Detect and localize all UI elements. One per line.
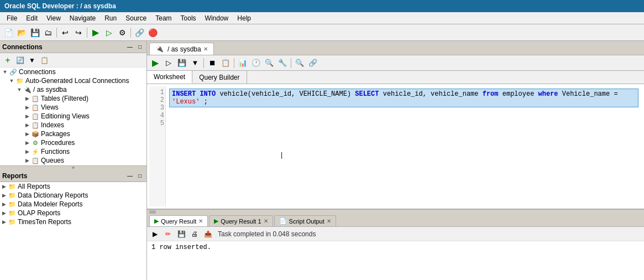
menu-tools[interactable]: Tools [176, 13, 201, 23]
sql-statement[interactable]: INSERT INTO vehicle(vehicle_id, VEHICLE_… [169, 89, 638, 107]
script-output-close[interactable]: ✕ [327, 218, 331, 224]
commit-btn[interactable]: 💾 [176, 57, 188, 69]
tree-item-all-reports[interactable]: ▶ 📁 All Reports [0, 182, 146, 191]
tree-item-queues[interactable]: ▶ 📋 Queues [0, 156, 146, 165]
ed-sep-2 [234, 58, 234, 68]
tree-item-packages[interactable]: ▶ 📦 Packages [0, 129, 146, 138]
commit-arrow-btn[interactable]: ▼ [189, 57, 201, 69]
menu-file[interactable]: File [2, 13, 22, 23]
run-statement-btn[interactable]: ▶ [149, 57, 161, 69]
autotrace-btn[interactable]: 📊 [237, 57, 249, 69]
tree-item-sysdba[interactable]: ▼ 🔌 / as sysdba [0, 85, 146, 94]
find-replace-btn[interactable]: 🔍 [294, 57, 306, 69]
undo-btn[interactable]: ↩ [59, 27, 71, 39]
tab-script-output[interactable]: 📄 Script Output ✕ [274, 215, 336, 226]
connections-maximize-btn[interactable]: □ [135, 43, 144, 51]
menu-team[interactable]: Team [151, 13, 176, 23]
connection-select-btn[interactable]: 🔗 [307, 57, 319, 69]
run-script-ed-btn[interactable]: ▷ [163, 57, 175, 69]
expander-connections[interactable]: ▼ [1, 68, 9, 76]
filter-connections-btn[interactable]: ▼ [27, 55, 38, 66]
cancel-btn[interactable]: ⏹ [206, 57, 218, 69]
tree-item-views[interactable]: ▶ 📋 Views [0, 103, 146, 112]
editor-tab-sysdba[interactable]: 🔌 / as sysdba ✕ [149, 43, 214, 55]
new-btn[interactable]: 📄 [2, 27, 14, 39]
tree-item-data-dict-reports[interactable]: ▶ 📁 Data Dictionary Reports [0, 191, 146, 200]
toolbar-btn-extra1[interactable]: ⚙ [116, 27, 128, 39]
refresh-connections-btn[interactable]: 🔄 [14, 55, 25, 66]
menu-navigate[interactable]: Navigate [65, 13, 100, 23]
script-output-icon: 📄 [279, 217, 287, 225]
editioning-icon: 📋 [31, 112, 40, 120]
menu-window[interactable]: Window [201, 13, 233, 23]
tree-item-functions[interactable]: ▶ ⚡ Functions [0, 147, 146, 156]
query-result-1-label: Query Result 1 [221, 218, 261, 225]
reports-minimize-btn[interactable]: — [125, 172, 134, 180]
result-refresh-btn[interactable]: ▶ [149, 229, 160, 240]
tab-query-result[interactable]: ▶ Query Result ✕ [149, 215, 208, 226]
clear-btn[interactable]: 🔍 [263, 57, 275, 69]
connection-btn[interactable]: 🔗 [133, 27, 145, 39]
menu-source[interactable]: Source [121, 13, 151, 23]
tab-query-result-1[interactable]: ▶ Query Result 1 ✕ [209, 215, 273, 226]
tab-query-builder[interactable]: Query Builder [192, 71, 247, 84]
result-save-btn[interactable]: 💾 [176, 229, 187, 240]
horizontal-scroll-bar[interactable] [147, 209, 644, 214]
tree-item-procedures[interactable]: ▶ ⚙ Procedures [0, 138, 146, 147]
menu-view[interactable]: View [42, 13, 65, 23]
expander-queues[interactable]: ▶ [23, 157, 31, 164]
reports-maximize-btn[interactable]: □ [135, 172, 144, 180]
tree-item-data-modeler-reports[interactable]: ▶ 📁 Data Modeler Reports [0, 200, 146, 209]
save-btn[interactable]: 💾 [29, 27, 41, 39]
expander-all-reports[interactable]: ▶ [0, 183, 8, 190]
new-connection-btn[interactable]: + [2, 55, 13, 66]
query-result-close[interactable]: ✕ [198, 218, 203, 224]
run-btn[interactable]: ▶ [90, 27, 102, 39]
run-script-btn[interactable]: ▷ [103, 27, 115, 39]
connections-title: Connections [2, 43, 43, 51]
resize-handle-connections[interactable]: ▼ [0, 165, 146, 170]
tree-item-olap-reports[interactable]: ▶ 📁 OLAP Reports [0, 209, 146, 217]
expander-timesten[interactable]: ▶ [0, 218, 8, 226]
tree-item-editioning-views[interactable]: ▶ 📋 Editioning Views [0, 112, 146, 121]
open-btn[interactable]: 📂 [15, 27, 28, 39]
expander-editioning[interactable]: ▶ [23, 112, 31, 120]
query-result-1-close[interactable]: ✕ [264, 218, 268, 224]
tree-item-indexes[interactable]: ▶ 📋 Indexes [0, 121, 146, 129]
expander-tables[interactable]: ▶ [23, 95, 31, 102]
tree-item-auto-generated[interactable]: ▼ 📁 Auto-Generated Local Connections [0, 76, 146, 85]
tree-item-timesten-reports[interactable]: ▶ 📁 TimesTen Reports [0, 217, 146, 226]
expander-functions[interactable]: ▶ [23, 148, 31, 155]
editor-tab-close[interactable]: ✕ [203, 46, 208, 52]
tree-item-connections[interactable]: ▼ 🔗 Connections [0, 68, 146, 76]
save-all-btn[interactable]: 🗂 [42, 27, 54, 39]
redo-btn[interactable]: ↪ [72, 27, 85, 39]
history-btn[interactable]: 🕐 [250, 57, 262, 69]
result-export-btn[interactable]: 📤 [202, 229, 213, 240]
sql-code-area[interactable]: INSERT INTO vehicle(vehicle_id, VEHICLE_… [166, 86, 642, 206]
menu-run[interactable]: Run [100, 13, 121, 23]
tree-item-tables[interactable]: ▶ 📋 Tables (Filtered) [0, 94, 146, 103]
schema-browser-btn[interactable]: 📋 [39, 55, 50, 66]
menu-edit[interactable]: Edit [22, 13, 42, 23]
expander-packages[interactable]: ▶ [23, 130, 31, 138]
format-btn[interactable]: 🔧 [276, 57, 289, 69]
expander-views[interactable]: ▶ [23, 103, 31, 111]
result-stop-btn[interactable]: ✏ [163, 229, 174, 240]
expander-olap[interactable]: ▶ [0, 209, 8, 217]
expander-data-modeler[interactable]: ▶ [0, 200, 8, 208]
menu-help[interactable]: Help [233, 13, 255, 23]
reports-tree[interactable]: ▶ 📁 All Reports ▶ 📁 Data Dictionary Repo… [0, 182, 146, 280]
connections-minimize-btn[interactable]: — [125, 43, 134, 51]
expander-indexes[interactable]: ▶ [23, 121, 31, 129]
debug-btn[interactable]: 🔴 [146, 27, 159, 39]
tab-worksheet[interactable]: Worksheet [147, 71, 192, 84]
expander-sysdba[interactable]: ▼ [15, 86, 23, 94]
expander-data-dict[interactable]: ▶ [0, 191, 8, 199]
expander-auto-generated[interactable]: ▼ [8, 77, 15, 85]
connections-tree[interactable]: ▼ 🔗 Connections ▼ 📁 Auto-Generated Local… [0, 68, 146, 165]
expander-procedures[interactable]: ▶ [23, 139, 31, 147]
explain-btn[interactable]: 📋 [219, 57, 232, 69]
sql-editor[interactable]: 1 2 3 4 5 INSERT INTO vehicle(vehicle_id… [147, 84, 644, 209]
result-print-btn[interactable]: 🖨 [189, 229, 200, 240]
